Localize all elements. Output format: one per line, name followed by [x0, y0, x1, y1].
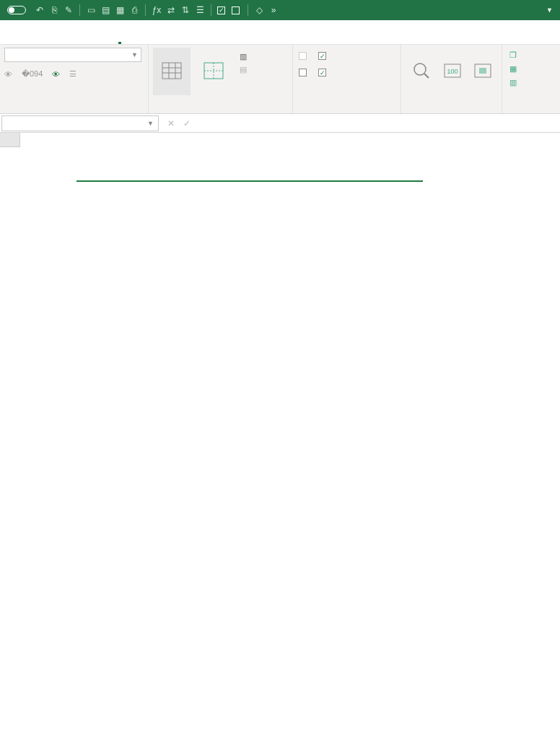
svg-rect-0	[162, 63, 181, 79]
formula-input[interactable]	[199, 115, 560, 131]
headings-check[interactable]: ✓	[317, 67, 331, 78]
hundred-icon: 100	[442, 61, 463, 81]
options-button[interactable]: ☰	[69, 69, 79, 79]
enter-formula-button[interactable]: ✓	[179, 118, 195, 128]
svg-rect-13	[479, 68, 486, 74]
svg-line-9	[424, 74, 429, 78]
group-label	[153, 110, 288, 112]
qat-icon-6[interactable]: ⇅	[180, 5, 191, 15]
exit-icon: �094	[22, 69, 43, 79]
freeze-panes-button[interactable]: ▥	[507, 76, 522, 89]
eye-icon: 👁	[4, 70, 12, 79]
qat-icon-3[interactable]: ▦	[115, 5, 125, 15]
tab-help[interactable]	[150, 37, 153, 44]
exit-button[interactable]: �094	[22, 69, 45, 79]
tab-view[interactable]	[118, 37, 121, 44]
undo-icon[interactable]: ↶	[35, 5, 45, 15]
ribbon-tabs	[0, 20, 560, 45]
page-title	[76, 176, 423, 182]
keep-button[interactable]: 👁	[4, 69, 14, 79]
redo-icon[interactable]: ⎘	[49, 5, 59, 15]
qat-icon-5[interactable]: ⇄	[166, 5, 176, 15]
chevron-down-icon: ▼	[131, 51, 138, 58]
ruler-check[interactable]	[297, 51, 311, 61]
ribbon: ▼ 👁 �094 👁 ☰	[0, 45, 560, 114]
tab-home[interactable]	[23, 37, 26, 44]
arrange-all-button[interactable]: ▦	[507, 63, 522, 75]
group-label	[297, 110, 396, 112]
manual-check[interactable]	[232, 6, 242, 14]
normal-view-button[interactable]	[153, 48, 191, 95]
custom-views-button[interactable]: ▤	[237, 64, 253, 76]
qat-icon-7[interactable]: ☰	[195, 5, 205, 15]
list-icon: ☰	[69, 69, 76, 79]
tab-insert[interactable]	[39, 37, 42, 44]
group-label	[406, 110, 497, 112]
new-window-icon: ❒	[509, 51, 517, 60]
new-button[interactable]: 👁	[52, 69, 62, 79]
filename[interactable]: ▼	[545, 6, 553, 14]
qat-icon-2[interactable]: ▤	[100, 5, 110, 15]
tab-formulas[interactable]	[71, 37, 74, 44]
eye-icon: 👁	[52, 70, 60, 79]
svg-point-8	[414, 64, 426, 75]
tab-review[interactable]	[102, 37, 105, 44]
group-label	[4, 110, 144, 112]
name-box[interactable]: ▼	[1, 115, 159, 131]
arrange-icon: ▦	[509, 64, 517, 74]
zoom-to-selection-button[interactable]	[468, 48, 497, 95]
formula-bar-check[interactable]: ✓	[317, 51, 331, 61]
qat-icon-1[interactable]: ▭	[86, 5, 96, 15]
tab-page-layout[interactable]	[55, 37, 58, 44]
zoom-selection-icon	[472, 61, 494, 81]
eraser-icon[interactable]: ◇	[254, 5, 264, 15]
freeze-icon: ▥	[509, 78, 517, 87]
more-icon[interactable]: »	[268, 5, 279, 15]
formula-bar: ▼ ✕ ✓	[0, 114, 560, 133]
print-icon[interactable]: ⎙	[129, 5, 139, 15]
quick-access-toolbar: ↶ ⎘ ✎ ▭ ▤ ▦ ⎙ ƒx ⇄ ⇅ ☰ ✓ ◇ »	[35, 4, 279, 16]
page-break-button[interactable]	[195, 48, 232, 95]
new-window-button[interactable]: ❒	[507, 49, 522, 61]
tab-file[interactable]	[7, 37, 10, 44]
zoom-icon	[411, 61, 432, 81]
page-layout-button[interactable]: ▥	[237, 51, 253, 63]
spreadsheet	[0, 133, 560, 739]
svg-text:100: 100	[447, 68, 458, 75]
zoom-100-button[interactable]: 100	[442, 48, 463, 95]
tab-developer[interactable]	[134, 37, 137, 44]
qat-icon-4[interactable]: ƒx	[152, 5, 162, 15]
tab-professor-excel[interactable]	[166, 37, 169, 44]
select-all-corner[interactable]	[0, 133, 20, 147]
autosave-toggle[interactable]	[4, 6, 29, 14]
switch-icon	[7, 6, 26, 14]
chevron-down-icon: ▼	[546, 6, 553, 14]
automatic-check[interactable]: ✓	[217, 6, 227, 14]
titlebar: ↶ ⎘ ✎ ▭ ▤ ▦ ⎙ ƒx ⇄ ⇅ ☰ ✓ ◇ » ▼	[0, 0, 560, 20]
gridlines-check[interactable]	[297, 67, 311, 78]
custom-views-icon: ▤	[240, 65, 247, 74]
page-break-icon	[203, 61, 224, 81]
chevron-down-icon: ▼	[147, 120, 154, 127]
cancel-formula-button[interactable]: ✕	[163, 118, 179, 128]
save-icon[interactable]: ✎	[64, 5, 74, 15]
page-layout-icon: ▥	[240, 52, 247, 61]
sheet-view-select[interactable]: ▼	[4, 48, 141, 62]
zoom-button[interactable]	[406, 48, 437, 95]
tab-data[interactable]	[87, 37, 89, 44]
grid-icon	[161, 61, 183, 81]
